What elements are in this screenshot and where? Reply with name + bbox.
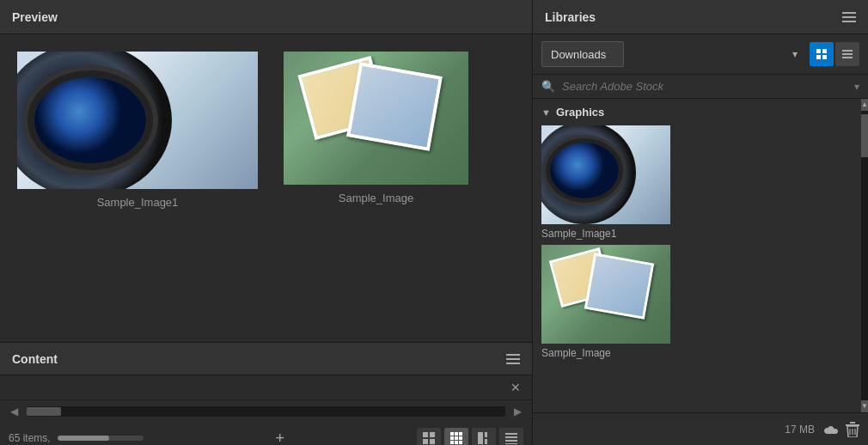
search-icon: 🔍	[541, 80, 555, 93]
libraries-content[interactable]: ▼ Graphics Sample_Image1 Sample_Image ▲ …	[533, 99, 868, 412]
svg-rect-22	[816, 55, 821, 59]
scrollbar-right-thumb	[861, 114, 868, 157]
content-section: Content ✕ ◀ ▶ 65 items, +	[0, 342, 532, 445]
split-icon	[478, 432, 490, 444]
svg-rect-26	[842, 57, 853, 58]
view-grid-button[interactable]	[417, 428, 441, 445]
svg-rect-23	[822, 55, 827, 59]
left-panel: Preview Sample_Image1 Sample_Image Conte…	[0, 0, 533, 445]
preview-header: Preview	[0, 0, 532, 34]
thumb-item-2: Sample_Image	[541, 245, 859, 359]
list-view-icon	[842, 49, 853, 59]
scroll-down-btn[interactable]: ▼	[861, 400, 868, 412]
content-menu-icon[interactable]	[506, 354, 520, 364]
svg-rect-12	[459, 441, 462, 444]
scroll-left-arrow[interactable]: ◀	[7, 404, 21, 419]
content-footer: 65 items, +	[0, 423, 532, 445]
preview-item-2: Sample_Image	[284, 52, 468, 204]
preview-item-1: Sample_Image1	[17, 52, 258, 209]
content-title: Content	[12, 352, 58, 366]
content-close-bar: ✕	[0, 375, 532, 400]
grid-view-icon	[816, 49, 827, 59]
view-split-button[interactable]	[472, 428, 496, 445]
svg-rect-28	[850, 422, 855, 424]
adobe-cloud-button[interactable]	[822, 424, 839, 436]
right-panel: Libraries Downloads My Library Adobe Sto…	[533, 0, 868, 445]
svg-rect-20	[816, 49, 821, 53]
svg-rect-10	[450, 441, 454, 444]
trash-icon	[846, 422, 859, 437]
thumb-image-2[interactable]	[541, 245, 670, 344]
svg-rect-24	[842, 50, 853, 52]
right-scrollbar[interactable]: ▲ ▼	[861, 99, 868, 412]
svg-rect-21	[822, 49, 827, 53]
svg-rect-2	[423, 439, 428, 444]
progress-track	[58, 436, 144, 441]
thumbnails-grid: Sample_Image1 Sample_Image	[533, 125, 868, 373]
scrollbar-thumb	[27, 407, 61, 416]
delete-button[interactable]	[846, 422, 859, 437]
svg-rect-8	[455, 436, 458, 440]
add-button[interactable]: +	[272, 430, 289, 446]
svg-rect-6	[459, 432, 462, 436]
scrollbar-track[interactable]	[27, 406, 505, 417]
library-dropdown[interactable]: Downloads My Library Adobe Stock	[541, 41, 624, 67]
svg-rect-16	[505, 433, 517, 435]
libraries-menu-icon[interactable]	[842, 12, 856, 22]
thumb-label-2: Sample_Image	[541, 347, 859, 359]
search-input[interactable]	[562, 80, 854, 93]
svg-rect-25	[842, 53, 853, 55]
storage-size: 17 MB	[785, 424, 815, 436]
graphics-label: Graphics	[556, 106, 604, 119]
svg-rect-7	[450, 436, 454, 440]
section-collapse-arrow: ▼	[541, 107, 551, 118]
thumb-image-1[interactable]	[541, 125, 670, 224]
svg-rect-3	[430, 439, 435, 444]
svg-rect-13	[478, 432, 483, 444]
svg-rect-0	[423, 432, 428, 437]
svg-rect-14	[485, 432, 487, 437]
thumb-item-1: Sample_Image1	[541, 125, 859, 240]
view-list-button[interactable]	[499, 428, 523, 445]
search-dropdown-arrow[interactable]: ▾	[854, 81, 859, 93]
view-toggle-buttons	[810, 42, 859, 66]
grid-view-toggle[interactable]	[810, 42, 834, 66]
libraries-footer: 17 MB	[533, 412, 868, 445]
scroll-up-btn[interactable]: ▲	[861, 99, 868, 111]
libraries-header: Libraries	[533, 0, 868, 34]
svg-rect-11	[455, 441, 458, 444]
progress-fill	[58, 436, 109, 441]
list-view-toggle[interactable]	[835, 42, 859, 66]
svg-rect-19	[505, 443, 517, 444]
preview-title: Preview	[12, 10, 58, 24]
svg-rect-5	[455, 432, 458, 436]
dropdown-row: Downloads My Library Adobe Stock	[533, 34, 868, 75]
preview-image-2	[284, 52, 468, 185]
svg-rect-4	[450, 432, 454, 436]
scroll-right-arrow[interactable]: ▶	[510, 404, 525, 419]
view-buttons	[417, 428, 523, 445]
svg-rect-15	[485, 439, 487, 444]
preview-label-1: Sample_Image1	[97, 196, 179, 209]
search-row: 🔍 ▾	[533, 75, 868, 99]
grid-icon	[423, 432, 435, 444]
items-count-label: 65 items,	[9, 432, 51, 444]
libraries-title: Libraries	[545, 10, 596, 24]
svg-rect-9	[459, 436, 462, 440]
preview-image-1	[17, 52, 258, 189]
cloud-icon	[822, 424, 839, 436]
thumb-label-1: Sample_Image1	[541, 228, 859, 240]
list-icon	[505, 432, 517, 444]
scrollbar-area: ◀ ▶	[0, 400, 532, 423]
close-button[interactable]: ✕	[506, 379, 525, 396]
dropdown-wrapper: Downloads My Library Adobe Stock	[541, 41, 804, 67]
graphics-section-header[interactable]: ▼ Graphics	[533, 99, 868, 125]
items-count: 65 items,	[9, 432, 144, 444]
preview-label-2: Sample_Image	[339, 192, 413, 204]
grid-active-icon	[450, 432, 462, 444]
view-grid-active-button[interactable]	[444, 428, 468, 445]
svg-rect-1	[430, 432, 435, 437]
svg-rect-17	[505, 436, 517, 438]
svg-rect-18	[505, 440, 517, 442]
preview-area: Sample_Image1 Sample_Image	[0, 34, 532, 342]
